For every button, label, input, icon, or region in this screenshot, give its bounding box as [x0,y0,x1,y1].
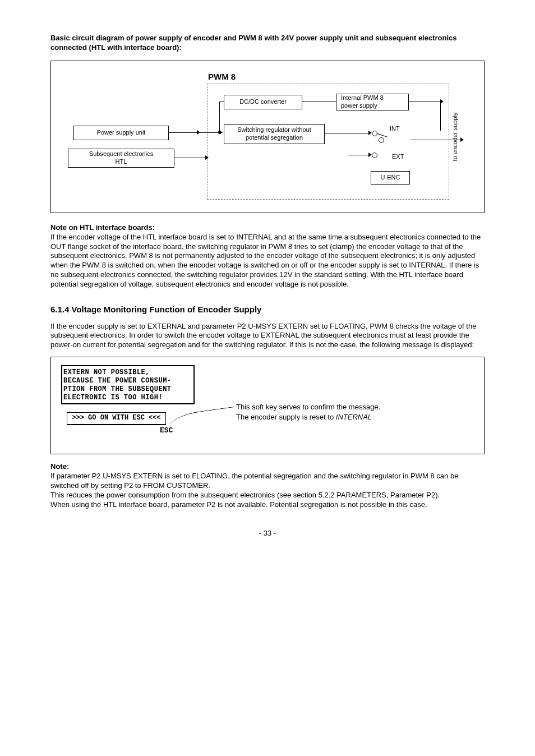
lcd-line-4: ELECTRONIC IS TOO HIGH! [63,394,192,402]
note-htl-title: Note on HTL interface boards: [50,223,155,232]
page-number: - 33 - [50,529,485,538]
circuit-diagram: PWM 8 Power supply unit Subsequent elect… [50,61,485,213]
section-614-title: 6.1.4 Voltage Monitoring Function of Enc… [50,304,485,315]
subsequent-electronics-box: Subsequent electronics HTL [68,149,174,168]
switch-node [372,131,377,136]
ipwm-line2: power supply [341,102,377,110]
section-614-body: If the encoder supply is set to EXTERNAL… [50,322,485,351]
note2-p3: When using the HTL interface board, para… [50,500,427,509]
lcd-line-3: PTION FROM THE SUBSEQUENT [63,385,192,394]
internal-pwm-supply-box: Internal PWM 8 power supply [336,94,409,110]
softkey-annotation: This soft key serves to confirm the mess… [236,402,380,422]
se-line2: HTL [116,158,127,166]
power-supply-unit-box: Power supply unit [73,126,169,140]
wire [174,158,205,158]
wire [410,140,460,140]
switch-node [379,137,384,143]
swreg-line2: potential segregation [246,134,303,142]
note2-title: Note: [50,462,69,471]
note-htl: Note on HTL interface boards: If the enc… [50,223,485,289]
note2: Note: If parameter P2 U-MSYS EXTERN is s… [50,462,485,509]
ipwm-line1: Internal PWM 8 [341,94,384,102]
se-line1: Subsequent electronics [89,150,153,158]
wire [219,102,220,133]
encoder-supply-label: to encoder supply [451,112,459,161]
wire [440,102,441,131]
wire [348,155,368,155]
u-enc-box: U-ENC [371,171,410,185]
diagram-heading: Basic circuit diagram of power supply of… [50,34,485,53]
dcdc-converter-box: DC/DC converter [224,95,302,109]
message-example: EXTERN NOT POSSIBLE, BECAUSE THE POWER C… [50,357,485,454]
wire [169,132,197,133]
annotation-line2b: INTERNAL [336,413,372,421]
wire [409,102,440,102]
annotation-line1: This soft key serves to confirm the mess… [236,403,380,411]
note-htl-body: If the encoder voltage of the HTL interf… [50,233,481,288]
wire [358,133,368,133]
wire [325,133,358,133]
wire [219,102,224,102]
callout-line [168,407,236,427]
swreg-line1: Switching regulator without [237,126,311,134]
lcd-line-1: EXTERN NOT POSSIBLE, [63,368,192,377]
esc-label: ESC [160,426,474,436]
switching-regulator-box: Switching regulator without potential se… [224,124,325,144]
switch-node [372,153,377,158]
ext-label: EXT [392,153,404,160]
annotation-line2a: The encoder supply is reset to [236,413,336,421]
note2-p1: If parameter P2 U-MSYS EXTERN is set to … [50,472,458,490]
lcd-display: EXTERN NOT POSSIBLE, BECAUSE THE POWER C… [61,365,195,404]
node-dot [218,131,222,134]
wire [302,102,336,102]
pwm-title: PWM 8 [208,71,236,82]
int-label: INT [390,125,400,132]
lcd-line-2: BECAUSE THE POWER CONSUM- [63,377,192,385]
esc-softkey[interactable]: >>> GO ON WITH ESC <<< [67,412,166,425]
note2-p2: This reduces the power consumption from … [50,491,440,499]
